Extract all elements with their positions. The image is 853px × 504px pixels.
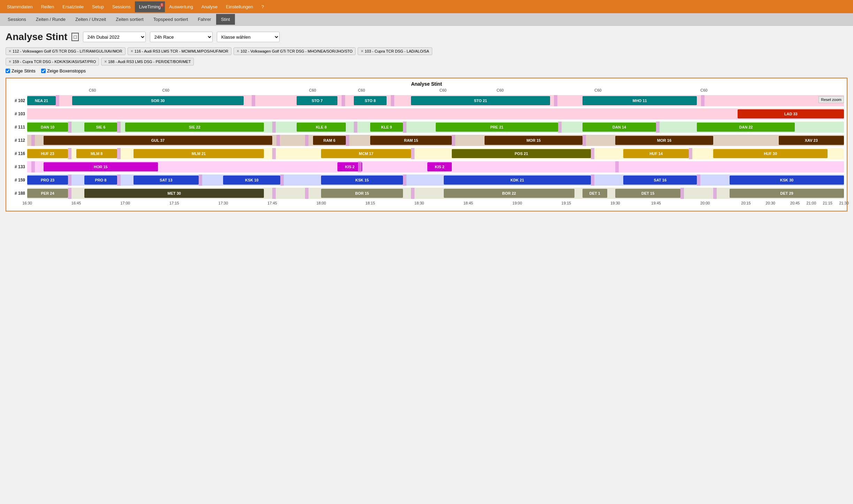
time-label: 17:00 [120, 201, 130, 205]
pit-marker [276, 135, 280, 146]
stint-bar[interactable]: RAM 15 [370, 136, 452, 145]
livetiming-badge: 8 [160, 3, 165, 7]
zeige-boxenstopps-label[interactable]: Zeige Boxenstopps [41, 68, 86, 73]
stint-bar[interactable]: DAN 22 [697, 123, 795, 132]
stint-bar[interactable]: DET 29 [730, 189, 844, 198]
stint-bar[interactable]: GUL 37 [44, 136, 272, 145]
stint-bar[interactable]: KSK 30 [730, 176, 844, 185]
pit-marker [656, 122, 660, 133]
stint-bar[interactable]: SAT 13 [134, 176, 199, 185]
time-label: 18:45 [463, 201, 473, 205]
nav-stammdaten[interactable]: Stammdaten [3, 1, 37, 12]
sub-zeiten-uhrzeit[interactable]: Zeiten / Uhrzeit [70, 14, 111, 25]
time-label: 19:15 [562, 201, 571, 205]
stint-bar[interactable]: MCM 17 [321, 149, 411, 158]
zeige-stints-checkbox[interactable] [6, 69, 10, 73]
stint-bar[interactable]: KLE 8 [297, 123, 346, 132]
stint-bar[interactable]: SIE 22 [125, 123, 264, 132]
close-icon-4[interactable]: × [361, 49, 363, 54]
title-icon-button[interactable]: □ [71, 33, 78, 41]
class-dropdown[interactable]: Klasse wählen [217, 32, 280, 42]
nav-reifen[interactable]: Reifen [37, 1, 59, 12]
nav-einstellungen[interactable]: Einstellungen [222, 1, 257, 12]
sub-fahrer[interactable]: Fahrer [193, 14, 216, 25]
stint-bar[interactable]: STO 7 [297, 96, 337, 105]
stint-bar[interactable]: STO 21 [411, 96, 550, 105]
stint-bar[interactable]: HUF 30 [713, 149, 828, 158]
zeige-boxenstopps-checkbox[interactable] [41, 69, 46, 73]
stint-bar[interactable]: BOR 15 [321, 189, 403, 198]
stint-bar[interactable]: MLM 8 [76, 149, 117, 158]
pit-marker [280, 175, 284, 186]
stint-bar[interactable]: PRO 23 [27, 176, 68, 185]
close-icon-3[interactable]: × [237, 49, 239, 54]
filter-row-2: × 159 - Cupra TCR DSG - KDK/KSK/ASI/SAT/… [6, 58, 847, 65]
gantt-row: # 116HUF 23MLM 8MLM 21MCM 17POS 21HUF 14… [9, 147, 844, 160]
sub-sessions[interactable]: Sessions [3, 14, 31, 25]
stint-bar[interactable]: MET 30 [84, 189, 264, 198]
stint-bar[interactable]: PRE 21 [436, 123, 558, 132]
stint-bar[interactable]: SOR 30 [72, 96, 244, 105]
time-label: 21:00 [807, 201, 816, 205]
stint-bar[interactable]: NEA 21 [27, 96, 56, 105]
stint-bar[interactable]: DAN 14 [582, 123, 656, 132]
sub-zeiten-sortiert[interactable]: Zeiten sortiert [111, 14, 148, 25]
stint-bar[interactable]: KDK 21 [444, 176, 591, 185]
pit-marker [411, 188, 414, 199]
nav-livetiming[interactable]: LiveTiming 8 [135, 1, 165, 12]
nav-ersatzteile[interactable]: Ersatzteile [58, 1, 88, 12]
nav-help[interactable]: ? [257, 1, 268, 12]
stint-bar[interactable]: MHO 11 [582, 96, 697, 105]
pit-marker [358, 161, 361, 172]
nav-setup[interactable]: Setup [88, 1, 108, 12]
close-icon-6[interactable]: × [104, 59, 107, 64]
time-label: 20:15 [741, 201, 751, 205]
stint-bar[interactable]: KSK 10 [223, 176, 280, 185]
c60-label: C60 [594, 88, 601, 92]
stint-bar[interactable]: HUF 14 [623, 149, 688, 158]
stint-bar[interactable]: POS 21 [452, 149, 591, 158]
stint-bar[interactable]: LAD 33 [738, 109, 844, 118]
time-label: 16:45 [71, 201, 81, 205]
time-label: 18:30 [414, 201, 424, 205]
stint-bar[interactable]: HUF 23 [27, 149, 68, 158]
stint-bar[interactable]: KLE 9 [370, 123, 403, 132]
nav-sessions[interactable]: Sessions [108, 1, 135, 12]
pit-marker [305, 188, 309, 199]
time-label: 18:15 [365, 201, 375, 205]
stint-bar[interactable]: SAT 16 [623, 176, 697, 185]
stint-bar[interactable]: SIE 6 [84, 123, 117, 132]
stint-bar[interactable]: PRO 8 [84, 176, 117, 185]
zeige-stints-label[interactable]: Zeige Stints [6, 68, 36, 73]
sub-zeiten-runde[interactable]: Zeiten / Runde [31, 14, 70, 25]
session-dropdown[interactable]: 24h Dubai 2022 [83, 32, 146, 42]
nav-auswertung[interactable]: Auswertung [165, 1, 197, 12]
stint-bar[interactable]: MOR 16 [615, 136, 713, 145]
stint-bar[interactable]: BOR 22 [444, 189, 574, 198]
gantt-row: # 111DAN 10SIE 6SIE 22KLE 8KLE 9PRE 21DA… [9, 121, 844, 133]
stint-bar[interactable]: XAV 23 [779, 136, 844, 145]
stint-bar[interactable]: DET 15 [615, 189, 680, 198]
stint-bar[interactable]: KSK 15 [321, 176, 403, 185]
stint-bar[interactable]: KIS 2 [427, 162, 452, 171]
stint-bar[interactable]: MLM 21 [134, 149, 264, 158]
stint-bar[interactable]: DET 1 [582, 189, 607, 198]
stint-bar[interactable]: PER 24 [27, 189, 68, 198]
pit-marker [68, 188, 71, 199]
reset-zoom-button[interactable]: Reset zoom [818, 96, 844, 103]
close-icon-5[interactable]: × [9, 59, 11, 64]
time-axis: 16:3016:4517:0017:1517:3017:4518:0018:15… [27, 201, 844, 208]
stint-bar[interactable]: RAM 6 [313, 136, 346, 145]
pit-marker [689, 148, 692, 159]
close-icon-2[interactable]: × [131, 49, 133, 54]
stint-bar[interactable]: MOR 15 [485, 136, 582, 145]
sub-topspeed-sortiert[interactable]: Topspeed sortiert [148, 14, 193, 25]
stint-bar[interactable]: HOR 15 [44, 162, 158, 171]
stint-bar[interactable]: STO 8 [354, 96, 387, 105]
race-dropdown[interactable]: 24h Race [150, 32, 213, 42]
sub-stint[interactable]: Stint [216, 14, 235, 25]
stint-bar[interactable]: DAN 10 [27, 123, 68, 132]
close-icon-1[interactable]: × [9, 49, 11, 54]
nav-analyse[interactable]: Analyse [197, 1, 222, 12]
pit-marker [272, 148, 276, 159]
